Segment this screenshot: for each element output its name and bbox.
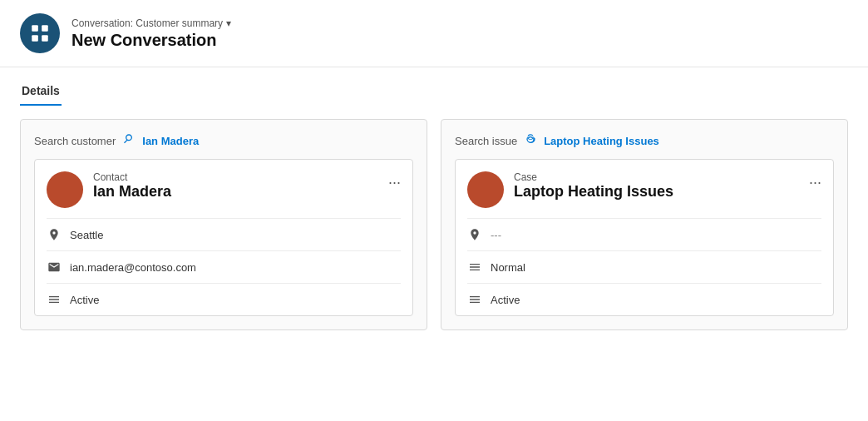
customer-search-icon[interactable] xyxy=(122,133,136,149)
issue-avatar xyxy=(467,171,504,208)
header-subtitle-text: Conversation: Customer summary xyxy=(72,17,223,29)
customer-search-value[interactable]: Ian Madera xyxy=(142,135,199,147)
chevron-down-icon[interactable]: ▾ xyxy=(226,17,231,29)
header-avatar xyxy=(20,13,60,53)
svg-rect-2 xyxy=(32,35,38,42)
issue-card-menu[interactable]: ... xyxy=(809,171,821,186)
issue-search-bar: Search issue Laptop Heating Issues xyxy=(455,133,834,149)
priority-icon xyxy=(467,260,482,275)
customer-email-text: ian.madera@contoso.com xyxy=(70,261,196,274)
issue-inner-card: Case Laptop Heating Issues ... --- xyxy=(455,159,834,316)
email-icon xyxy=(47,260,62,275)
customer-panel: Search customer Ian Madera Contact Ian M… xyxy=(20,119,427,330)
customer-card-header: Contact Ian Madera ... xyxy=(47,171,401,208)
customer-location-text: Seattle xyxy=(70,229,103,241)
issue-location-text: --- xyxy=(491,229,501,241)
issue-card-name: Laptop Heating Issues xyxy=(514,183,809,201)
issue-priority-text: Normal xyxy=(491,261,525,274)
customer-detail-location: Seattle xyxy=(47,218,401,250)
header-text-group: Conversation: Customer summary ▾ New Con… xyxy=(72,17,231,50)
issue-status-text: Active xyxy=(491,294,520,306)
status-icon xyxy=(47,292,62,307)
svg-rect-1 xyxy=(42,25,48,32)
issue-search-value[interactable]: Laptop Heating Issues xyxy=(544,135,659,147)
svg-rect-0 xyxy=(32,25,38,32)
customer-card-info: Contact Ian Madera xyxy=(93,171,388,201)
header-subtitle: Conversation: Customer summary ▾ xyxy=(72,17,231,29)
issue-status-icon xyxy=(467,292,482,307)
customer-card-type: Contact xyxy=(93,171,388,183)
customer-detail-status: Active xyxy=(47,283,401,315)
issue-detail-priority: Normal xyxy=(467,250,821,283)
tab-details[interactable]: Details xyxy=(20,77,62,106)
issue-search-icon[interactable] xyxy=(524,133,537,149)
customer-inner-card: Contact Ian Madera ... Seattle xyxy=(34,159,413,316)
issue-card-header: Case Laptop Heating Issues ... xyxy=(467,171,821,208)
issue-detail-location: --- xyxy=(467,218,821,250)
issue-card-info: Case Laptop Heating Issues xyxy=(514,171,809,201)
header-title: New Conversation xyxy=(72,31,231,50)
issue-card-type: Case xyxy=(514,171,809,183)
customer-status-text: Active xyxy=(70,294,99,306)
main-content: Search customer Ian Madera Contact Ian M… xyxy=(0,106,868,344)
issue-location-icon xyxy=(467,227,482,242)
location-icon xyxy=(47,227,62,242)
customer-search-label: Search customer xyxy=(34,135,116,147)
customer-avatar xyxy=(47,171,83,208)
issue-search-label: Search issue xyxy=(455,135,517,147)
header: Conversation: Customer summary ▾ New Con… xyxy=(0,0,868,67)
customer-detail-email: ian.madera@contoso.com xyxy=(47,250,401,283)
grid-icon xyxy=(29,22,51,44)
issue-detail-status: Active xyxy=(467,283,821,315)
issue-panel: Search issue Laptop Heating Issues Case … xyxy=(441,119,848,330)
customer-card-name: Ian Madera xyxy=(93,183,388,201)
customer-card-menu[interactable]: ... xyxy=(388,171,401,186)
svg-rect-3 xyxy=(42,35,48,42)
customer-search-bar: Search customer Ian Madera xyxy=(34,133,413,149)
tabs-bar: Details xyxy=(0,67,868,106)
